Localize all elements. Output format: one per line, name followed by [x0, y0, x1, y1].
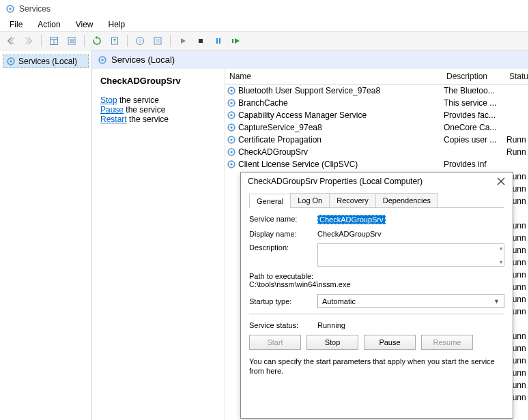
dialog-note: You can specify the start parameters tha… [249, 357, 504, 376]
table-row[interactable]: Certificate PropagationCopies user ...Ru… [225, 134, 528, 146]
menu-action[interactable]: Action [31, 18, 67, 31]
refresh-button[interactable] [89, 33, 105, 48]
toolbar: ? [0, 31, 528, 50]
svg-point-35 [230, 163, 233, 166]
help-button[interactable]: ? [132, 33, 148, 48]
svg-point-19 [10, 60, 12, 63]
col-name[interactable]: Name [229, 72, 446, 81]
stop-action: Stop the service [100, 95, 216, 105]
label-path: Path to executable: [249, 272, 504, 280]
svg-point-25 [230, 102, 233, 104]
tab-general[interactable]: General [249, 194, 291, 208]
divider [249, 314, 504, 314]
service-name-cell: Certificate Propagation [238, 135, 321, 145]
table-row[interactable]: CheckADGroupSrvRunn [225, 146, 528, 158]
restart-service-button[interactable] [228, 33, 244, 48]
service-name-cell: Bluetooth User Support Service_97ea8 [238, 86, 380, 95]
gear-icon [227, 123, 236, 132]
tab-dependencies[interactable]: Dependencies [375, 193, 438, 207]
tab-logon[interactable]: Log On [290, 193, 330, 207]
menu-help[interactable]: Help [102, 18, 132, 31]
restart-action: Restart the service [100, 115, 216, 124]
back-button[interactable] [3, 33, 19, 48]
resume-button: Resume [421, 335, 473, 350]
stop-button[interactable]: Stop [306, 335, 358, 350]
window-title: Services [19, 4, 51, 14]
restart-link[interactable]: Restart [100, 115, 127, 124]
value-path: C:\tools\nssm\win64\nssm.exe [249, 280, 504, 288]
main-header-label: Services (Local) [111, 55, 175, 65]
service-desc-cell: This service ... [444, 98, 506, 108]
gear-icon [227, 135, 236, 145]
service-desc-cell: Copies user ... [444, 135, 506, 145]
properties-dialog: CheckADGroupSrv Properties (Local Comput… [240, 172, 513, 419]
svg-rect-14 [199, 39, 203, 43]
startup-type-select[interactable]: Automatic ▼ [317, 294, 504, 308]
table-row[interactable]: CaptureService_97ea8OneCore Ca... [225, 121, 528, 134]
svg-rect-16 [219, 38, 220, 44]
value-status: Running [317, 321, 504, 329]
close-button[interactable] [496, 177, 506, 186]
pause-service-button[interactable] [210, 33, 227, 48]
detail-panel: CheckADGroupSrv Stop the service Pause t… [92, 69, 225, 420]
menu-view[interactable]: View [69, 18, 100, 31]
service-desc-cell: OneCore Ca... [444, 123, 506, 132]
dialog-tabs: General Log On Recovery Dependencies [249, 193, 504, 208]
service-name-cell: CheckADGroupSrv [238, 147, 308, 157]
description-box[interactable]: ▴ ▾ [317, 243, 504, 267]
service-name-cell: Capability Access Manager Service [238, 110, 367, 120]
svg-text:?: ? [139, 38, 142, 44]
gear-icon [227, 160, 236, 169]
label-service-name: Service name: [249, 215, 317, 223]
svg-rect-13 [156, 39, 160, 43]
service-desc-cell: The Bluetoo... [444, 86, 506, 95]
pause-link[interactable]: Pause [100, 105, 124, 115]
value-service-name[interactable]: CheckADGroupSrv [317, 215, 386, 224]
svg-point-23 [230, 89, 233, 92]
table-row[interactable]: Capability Access Manager ServiceProvide… [225, 109, 528, 121]
menu-bar: File Action View Help [0, 18, 528, 31]
service-status-cell: Runn [506, 147, 528, 157]
svg-point-31 [230, 138, 233, 141]
pause-button[interactable]: Pause [364, 335, 416, 350]
forward-button[interactable] [20, 33, 37, 48]
start-service-button[interactable] [175, 33, 191, 48]
col-description[interactable]: Description [446, 72, 509, 81]
service-name-cell: CaptureService_97ea8 [238, 123, 322, 132]
menu-file[interactable]: File [3, 18, 29, 31]
table-row[interactable]: Bluetooth User Support Service_97ea8The … [225, 85, 528, 97]
app-icon [5, 4, 15, 14]
gear-icon [227, 98, 236, 108]
svg-point-1 [9, 7, 12, 10]
table-row[interactable]: Client License Service (ClipSVC)Provides… [225, 158, 528, 170]
label-startup: Startup type: [249, 297, 317, 305]
tree-root-services-local[interactable]: Services (Local) [3, 55, 89, 68]
svg-point-27 [230, 114, 233, 117]
main-header: Services (Local) [92, 50, 528, 69]
stop-service-button[interactable] [192, 33, 209, 48]
view-options-button[interactable] [46, 33, 62, 48]
stop-link[interactable]: Stop [100, 95, 117, 105]
gear-icon [227, 110, 236, 120]
gear-icon [227, 147, 236, 157]
properties-toolbar-button[interactable] [63, 33, 80, 48]
value-display-name: CheckADGroupSrv [317, 230, 504, 238]
service-name-cell: BranchCache [238, 98, 288, 108]
svg-point-29 [230, 126, 233, 129]
svg-rect-17 [232, 39, 233, 43]
gear-icon [227, 86, 236, 95]
chevron-down-icon[interactable]: ▾ [500, 259, 502, 265]
properties-button[interactable] [149, 33, 166, 48]
chevron-up-icon[interactable]: ▴ [500, 245, 502, 251]
table-row[interactable]: BranchCacheThis service ... [225, 97, 528, 109]
gear-icon [98, 55, 107, 65]
export-list-button[interactable] [106, 33, 123, 48]
label-description: Description: [249, 243, 317, 252]
startup-type-value: Automatic [322, 297, 356, 305]
svg-point-21 [101, 59, 104, 61]
gear-icon [6, 57, 16, 66]
col-status[interactable]: Statu [509, 72, 528, 81]
tree-pane: Services (Local) [0, 50, 92, 420]
tab-recovery[interactable]: Recovery [329, 193, 375, 207]
service-desc-cell: Provides inf [444, 160, 506, 169]
